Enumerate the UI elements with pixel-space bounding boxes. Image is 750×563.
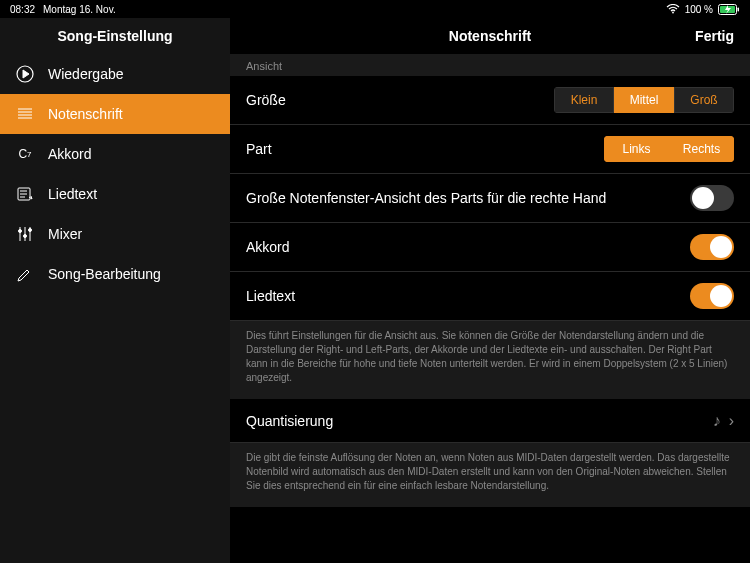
sidebar-item-mixer[interactable]: Mixer [0,214,230,254]
done-button[interactable]: Fertig [695,28,734,44]
big-right-label: Große Notenfenster-Ansicht des Parts für… [246,190,606,206]
sidebar-item-label: Liedtext [48,186,97,202]
chord-label: Akkord [246,239,290,255]
size-segmented: Klein Mittel Groß [554,87,734,113]
sidebar-item-wiedergabe[interactable]: Wiedergabe [0,54,230,94]
size-small-button[interactable]: Klein [554,87,614,113]
lyric-label: Liedtext [246,288,295,304]
part-left-button[interactable]: Links [604,136,669,162]
row-big-right: Große Notenfenster-Ansicht des Parts für… [230,174,750,223]
sidebar-item-notenschrift[interactable]: Notenschrift [0,94,230,134]
status-date: Montag 16. Nov. [43,4,116,15]
chevron-right-icon: › [729,412,734,430]
row-chord: Akkord [230,223,750,272]
page-title: Notenschrift [449,28,531,44]
row-part: Part Links Rechts [230,125,750,174]
svg-rect-3 [738,7,740,11]
play-icon [16,65,34,83]
size-label: Größe [246,92,286,108]
part-segmented: Links Rechts [604,136,734,162]
status-time: 08:32 [10,4,35,15]
eighth-note-icon: ♪ [713,412,721,430]
status-bar: 08:32 Montag 16. Nov. 100 % [0,0,750,18]
sidebar-item-label: Akkord [48,146,92,162]
lyrics-icon [16,185,34,203]
sidebar-item-label: Wiedergabe [48,66,124,82]
svg-point-6 [19,230,22,233]
quantization-label: Quantisierung [246,413,333,429]
battery-icon [718,4,740,15]
wifi-icon [666,4,680,14]
sidebar-item-liedtext[interactable]: Liedtext [0,174,230,214]
mixer-icon [16,225,34,243]
edit-icon [16,265,34,283]
sidebar-item-label: Notenschrift [48,106,123,122]
big-right-switch[interactable] [690,185,734,211]
main-panel: Notenschrift Fertig Ansicht Größe Klein … [230,18,750,563]
svg-point-8 [29,229,32,232]
sidebar-title: Song-Einstellung [0,18,230,54]
lyric-switch[interactable] [690,283,734,309]
chord-icon: C7 [16,145,34,163]
sidebar-item-label: Song-Bearbeitung [48,266,161,282]
sidebar-item-song-bearbeitung[interactable]: Song-Bearbeitung [0,254,230,294]
status-battery: 100 % [685,4,713,15]
part-right-button[interactable]: Rechts [669,136,734,162]
size-medium-button[interactable]: Mittel [614,87,674,113]
main-header: Notenschrift Fertig [230,18,750,54]
svg-point-7 [24,235,27,238]
row-size: Größe Klein Mittel Groß [230,76,750,125]
svg-point-0 [672,12,674,14]
section-label-ansicht: Ansicht [230,54,750,76]
row-quantization[interactable]: Quantisierung ♪ › [230,399,750,443]
row-lyric: Liedtext [230,272,750,321]
sidebar-item-akkord[interactable]: C7 Akkord [0,134,230,174]
sidebar: Song-Einstellung Wiedergabe Notenschrift… [0,18,230,563]
quantization-help-text: Die gibt die feinste Auflösung der Noten… [230,443,750,507]
sidebar-item-label: Mixer [48,226,82,242]
chord-switch[interactable] [690,234,734,260]
part-label: Part [246,141,272,157]
view-help-text: Dies führt Einstellungen für die Ansicht… [230,321,750,399]
score-icon [16,105,34,123]
size-large-button[interactable]: Groß [674,87,734,113]
